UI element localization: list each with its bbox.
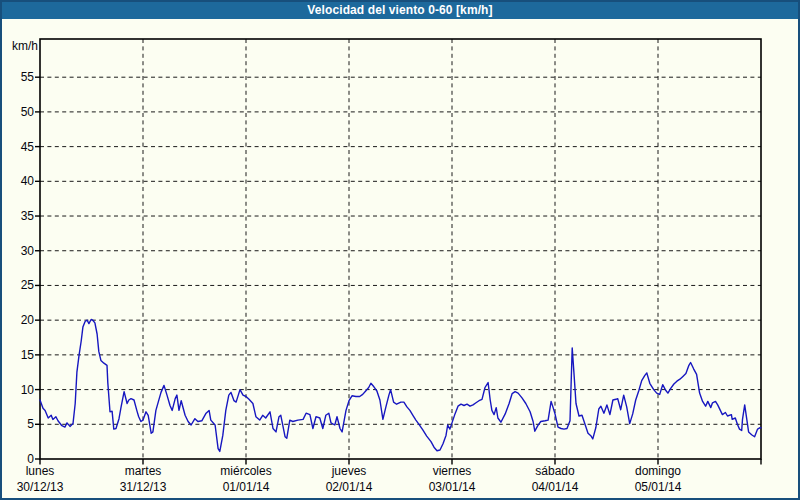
y-tick-label: 15 bbox=[0, 348, 34, 362]
plot-border bbox=[40, 39, 761, 459]
y-tick-label: 45 bbox=[0, 140, 34, 154]
day-name-label: domingo bbox=[606, 464, 710, 478]
day-name-label: viernes bbox=[400, 464, 504, 478]
day-name-label: martes bbox=[91, 464, 195, 478]
y-tick-label: 50 bbox=[0, 105, 34, 119]
wind-speed-plot-area bbox=[0, 0, 800, 500]
day-name-label: miércoles bbox=[194, 464, 298, 478]
day-date-label: 04/01/14 bbox=[503, 480, 607, 494]
y-tick-label: 30 bbox=[0, 244, 34, 258]
day-date-label: 05/01/14 bbox=[606, 480, 710, 494]
y-tick-label: 40 bbox=[0, 174, 34, 188]
day-date-label: 01/01/14 bbox=[194, 480, 298, 494]
y-axis-unit-label: km/h bbox=[4, 39, 38, 53]
y-tick-label: 55 bbox=[0, 70, 34, 84]
day-name-label: sábado bbox=[503, 464, 607, 478]
wind-speed-line bbox=[40, 320, 761, 452]
wind-speed-chart-window: Velocidad del viento 0-60 [km/h] km/h 05… bbox=[0, 0, 800, 500]
y-tick-label: 25 bbox=[0, 278, 34, 292]
day-name-label: lunes bbox=[0, 464, 92, 478]
y-tick-label: 5 bbox=[0, 417, 34, 431]
day-name-label: jueves bbox=[297, 464, 401, 478]
day-date-label: 02/01/14 bbox=[297, 480, 401, 494]
y-tick-label: 35 bbox=[0, 209, 34, 223]
day-date-label: 03/01/14 bbox=[400, 480, 504, 494]
y-tick-label: 10 bbox=[0, 383, 34, 397]
day-date-label: 31/12/13 bbox=[91, 480, 195, 494]
day-date-label: 30/12/13 bbox=[0, 480, 92, 494]
y-tick-label: 20 bbox=[0, 313, 34, 327]
